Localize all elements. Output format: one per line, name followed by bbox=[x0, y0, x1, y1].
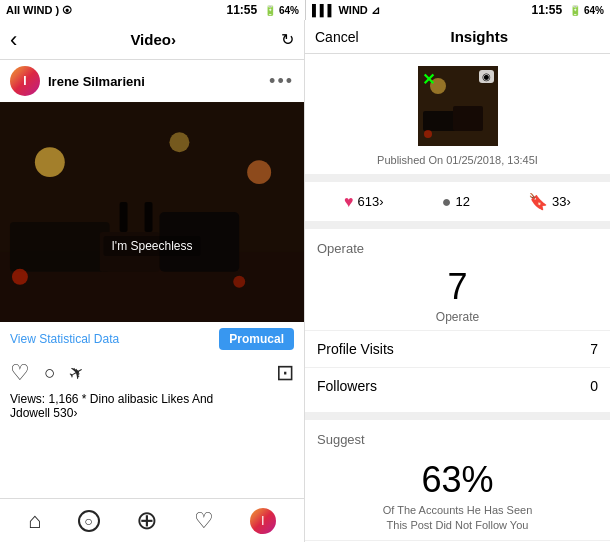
operate-section: Operate 7 Operate Profile Visits 7 Follo… bbox=[305, 229, 610, 420]
insights-nav: Cancel Insights bbox=[305, 20, 610, 54]
likes-count: 613› bbox=[358, 194, 384, 209]
post-username[interactable]: Irene Silmarieni bbox=[48, 74, 261, 89]
wifi-icon-left: ⦿ bbox=[62, 5, 72, 16]
home-button[interactable]: ⌂ bbox=[28, 508, 41, 534]
views-line2: Jdowell 530› bbox=[10, 406, 77, 420]
battery-left: 🔋 64% bbox=[264, 5, 299, 16]
operate-big-label: Operate bbox=[305, 310, 610, 330]
video-player[interactable]: I'm Speechless bbox=[0, 102, 304, 322]
svg-point-2 bbox=[169, 132, 189, 152]
suggest-percent-label: Of The Accounts He Has SeenThis Post Did… bbox=[305, 503, 610, 540]
video-type-icon: ◉ bbox=[479, 70, 494, 83]
left-pane: ‹ Video› ↻ I Irene Silmarieni ••• bbox=[0, 20, 305, 542]
heart-icon: ♥ bbox=[344, 193, 354, 211]
suggest-header: Suggest bbox=[305, 428, 610, 451]
svg-rect-11 bbox=[145, 202, 153, 232]
svg-point-3 bbox=[247, 160, 271, 184]
followers-row: Followers 0 bbox=[305, 367, 610, 404]
suggest-percent: 63% bbox=[305, 451, 610, 503]
likes-stat: ♥ 613› bbox=[344, 193, 384, 211]
promote-button[interactable]: Promucal bbox=[219, 328, 294, 350]
video-scene bbox=[0, 102, 304, 322]
activity-button[interactable]: ♡ bbox=[194, 508, 214, 534]
like-button[interactable]: ♡ bbox=[10, 360, 30, 386]
followers-label: Followers bbox=[317, 378, 377, 394]
more-options-button[interactable]: ••• bbox=[269, 71, 294, 92]
time-left: 11:55 bbox=[227, 3, 258, 17]
left-nav: ‹ Video› ↻ bbox=[0, 20, 304, 60]
svg-point-9 bbox=[233, 276, 245, 288]
stat-promo-row: View Statistical Data Promucal bbox=[0, 322, 304, 356]
save-button[interactable]: ⊡ bbox=[276, 360, 294, 386]
followers-value: 0 bbox=[590, 378, 598, 394]
operate-header: Operate bbox=[305, 237, 610, 260]
profile-visits-value: 7 bbox=[590, 341, 598, 357]
spacer bbox=[0, 424, 304, 498]
comments-stat: ● 12 bbox=[442, 193, 470, 211]
saves-count: 33› bbox=[552, 194, 571, 209]
refresh-button[interactable]: ↻ bbox=[281, 30, 294, 49]
green-x-icon: ✕ bbox=[422, 70, 435, 89]
statistical-data-link[interactable]: View Statistical Data bbox=[10, 332, 211, 346]
status-bar-right: ▌▌▌ WIND ⊿ 11:55 🔋 64% bbox=[305, 0, 610, 20]
share-button[interactable]: ✈ bbox=[65, 360, 89, 387]
carrier-right: ▌▌▌ WIND ⊿ bbox=[312, 4, 380, 17]
carrier-left: AII WIND ) bbox=[6, 4, 59, 16]
comments-count: 12 bbox=[455, 194, 469, 209]
saves-stat: 🔖 33› bbox=[528, 192, 571, 211]
status-bar-left: AII WIND ) ⦿ 11:55 🔋 64% bbox=[0, 0, 305, 20]
profile-button[interactable]: I bbox=[250, 508, 276, 534]
cancel-button[interactable]: Cancel bbox=[315, 29, 359, 45]
svg-point-16 bbox=[424, 130, 432, 138]
main-content: ‹ Video› ↻ I Irene Silmarieni ••• bbox=[0, 20, 610, 542]
svg-rect-15 bbox=[453, 106, 483, 131]
thumbnail-image: ✕ ◉ bbox=[418, 66, 498, 146]
time-right: 11:55 bbox=[532, 3, 563, 17]
profile-visits-label: Profile Visits bbox=[317, 341, 394, 357]
insights-title: Insights bbox=[359, 28, 600, 45]
views-line1: Views: 1,166 * Dino alibasic Likes And bbox=[10, 392, 213, 406]
svg-rect-10 bbox=[120, 202, 128, 232]
action-row: ♡ ○ ✈ ⊡ bbox=[0, 356, 304, 390]
search-button[interactable]: ○ bbox=[78, 510, 100, 532]
operate-big-number: 7 bbox=[305, 260, 610, 310]
save-icon: 🔖 bbox=[528, 192, 548, 211]
svg-rect-14 bbox=[423, 111, 458, 131]
suggest-section: Suggest 63% Of The Accounts He Has SeenT… bbox=[305, 420, 610, 542]
left-nav-title: Video› bbox=[25, 31, 281, 48]
svg-point-1 bbox=[35, 147, 65, 177]
insights-content: ✕ ◉ Published On 01/25/2018, 13:45I ♥ 61… bbox=[305, 54, 610, 542]
status-bar: AII WIND ) ⦿ 11:55 🔋 64% ▌▌▌ WIND ⊿ 11:5… bbox=[0, 0, 610, 20]
comment-icon: ● bbox=[442, 193, 452, 211]
video-caption: I'm Speechless bbox=[104, 236, 201, 256]
svg-rect-5 bbox=[10, 222, 110, 272]
post-stats-row: ♥ 613› ● 12 🔖 33› bbox=[305, 182, 610, 229]
add-post-button[interactable]: ⊕ bbox=[136, 505, 158, 536]
avatar: I bbox=[10, 66, 40, 96]
post-thumbnail: ✕ ◉ bbox=[418, 66, 498, 146]
comment-button[interactable]: ○ bbox=[44, 362, 55, 384]
published-date: Published On 01/25/2018, 13:45I bbox=[377, 154, 538, 166]
svg-point-8 bbox=[12, 269, 28, 285]
profile-visits-row: Profile Visits 7 bbox=[305, 330, 610, 367]
right-pane: Cancel Insights ✕ bbox=[305, 20, 610, 542]
bottom-nav: ⌂ ○ ⊕ ♡ I bbox=[0, 498, 304, 542]
battery-right: 🔋 64% bbox=[569, 5, 604, 16]
back-button[interactable]: ‹ bbox=[10, 27, 17, 53]
thumbnail-section: ✕ ◉ Published On 01/25/2018, 13:45I bbox=[305, 54, 610, 182]
post-header: I Irene Silmarieni ••• bbox=[0, 60, 304, 102]
views-text: Views: 1,166 * Dino alibasic Likes And J… bbox=[0, 390, 304, 424]
